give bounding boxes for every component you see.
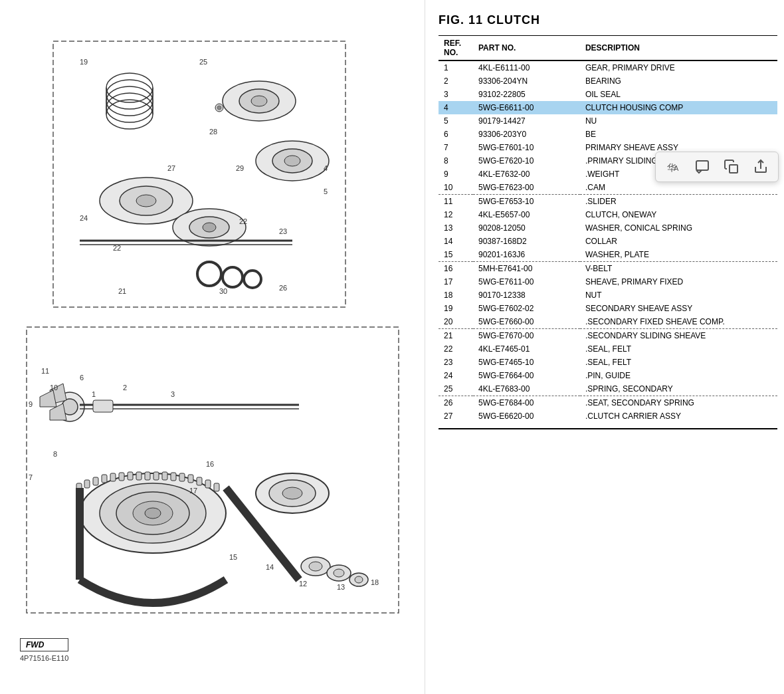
context-menu[interactable]: 华 A <box>655 152 779 182</box>
table-row[interactable]: 175WG-E7611-00SHEAVE, PRIMARY FIXED <box>439 275 777 289</box>
svg-text:24: 24 <box>80 214 88 222</box>
cell-part: 5WG-E7653-10 <box>473 195 580 209</box>
svg-text:18: 18 <box>371 578 379 586</box>
cell-desc: .CAM <box>580 181 777 195</box>
cell-desc: WASHER, CONICAL SPRING <box>580 221 777 235</box>
table-row[interactable]: 215WG-E7670-00.SECONDARY SLIDING SHEAVE <box>439 329 777 343</box>
cell-desc: .PIN, GUIDE <box>580 369 777 382</box>
cell-ref: 17 <box>439 275 473 289</box>
table-row[interactable]: 275WG-E6620-00.CLUTCH CARRIER ASSY <box>439 409 777 423</box>
svg-rect-65 <box>162 472 167 480</box>
cell-part: 5WG-E7601-10 <box>473 141 580 154</box>
svg-text:25: 25 <box>199 58 207 66</box>
svg-rect-69 <box>197 477 202 485</box>
cell-desc: CLUTCH HOUSING COMP <box>580 101 777 114</box>
cell-ref: 1 <box>439 60 473 74</box>
col-header-desc: DESCRIPTION <box>580 36 777 61</box>
svg-text:11: 11 <box>41 367 49 375</box>
table-row[interactable]: 265WG-E7684-00.SEAT, SECONDARY SPRING <box>439 396 777 410</box>
table-row[interactable]: 1590201-163J6WASHER, PLATE <box>439 248 777 262</box>
col-header-part: PART NO. <box>473 36 580 61</box>
cell-ref: 7 <box>439 141 473 154</box>
svg-rect-70 <box>205 480 211 488</box>
table-row[interactable]: 205WG-E7660-00.SECONDARY FIXED SHEAVE CO… <box>439 315 777 329</box>
table-row[interactable]: 254KL-E7683-00.SPRING, SECONDARY <box>439 382 777 396</box>
part-number-label: 4P71516-E110 <box>20 654 68 662</box>
table-row[interactable]: 195WG-E7602-02SECONDARY SHEAVE ASSY <box>439 302 777 315</box>
svg-rect-62 <box>136 472 142 480</box>
cell-part: 5WG-E7602-02 <box>473 302 580 315</box>
cell-desc: .SEAT, SECONDARY SPRING <box>580 396 777 410</box>
table-row[interactable]: 45WG-E6611-00CLUTCH HOUSING COMP <box>439 101 777 114</box>
cell-desc: BEARING <box>580 74 777 88</box>
table-row[interactable]: 293306-204YNBEARING <box>439 74 777 88</box>
table-row[interactable]: 1490387-168D2COLLAR <box>439 235 777 248</box>
table-row[interactable]: 115WG-E7653-10.SLIDER <box>439 195 777 209</box>
table-row[interactable]: 1890170-12338NUT <box>439 289 777 302</box>
svg-text:22: 22 <box>239 217 247 225</box>
cell-desc: NU <box>580 114 777 128</box>
cell-part: 5WG-E7670-00 <box>473 329 580 343</box>
svg-text:8: 8 <box>53 450 57 458</box>
svg-point-4 <box>106 86 153 116</box>
table-row[interactable]: 1390208-12050WASHER, CONICAL SPRING <box>439 221 777 235</box>
svg-text:17: 17 <box>189 487 197 495</box>
svg-text:23: 23 <box>279 227 287 235</box>
svg-text:10: 10 <box>50 384 58 392</box>
cell-part: 90387-168D2 <box>473 235 580 248</box>
cell-desc: NUT <box>580 289 777 302</box>
svg-point-22 <box>203 223 216 232</box>
comment-icon[interactable] <box>693 158 712 176</box>
cell-desc: SECONDARY SHEAVE ASSY <box>580 302 777 315</box>
cell-ref: 3 <box>439 88 473 101</box>
cell-part: 93102-22805 <box>473 88 580 101</box>
table-row[interactable]: 693306-203Y0BE <box>439 128 777 141</box>
svg-rect-59 <box>110 473 116 481</box>
cell-ref: 4 <box>439 101 473 114</box>
svg-point-27 <box>244 271 261 288</box>
cell-part: 4KL-E7683-00 <box>473 382 580 396</box>
svg-point-14 <box>284 156 300 166</box>
table-row[interactable]: 105WG-E7623-00.CAM <box>439 181 777 195</box>
svg-point-80 <box>334 569 344 577</box>
table-row[interactable]: 245WG-E7664-00.PIN, GUIDE <box>439 369 777 382</box>
svg-text:A: A <box>674 164 679 172</box>
svg-text:9: 9 <box>29 400 33 408</box>
cell-part: 4KL-E6111-00 <box>473 60 580 74</box>
svg-rect-57 <box>93 477 98 485</box>
svg-text:6: 6 <box>80 374 84 382</box>
cell-ref: 11 <box>439 195 473 209</box>
clutch-diagram: 19 25 28 27 29 4 5 24 22 22 23 21 30 26 <box>13 28 412 666</box>
svg-point-25 <box>197 262 221 286</box>
table-row[interactable]: 124KL-E5657-00CLUTCH, ONEWAY <box>439 208 777 221</box>
svg-text:15: 15 <box>229 553 237 561</box>
svg-rect-58 <box>102 475 107 483</box>
table-row[interactable]: 590179-14427NU <box>439 114 777 128</box>
table-row[interactable]: 235WG-E7465-10.SEAL, FELT <box>439 356 777 369</box>
table-row[interactable]: 393102-22805OIL SEAL <box>439 88 777 101</box>
svg-rect-61 <box>128 472 133 480</box>
cell-part: 5WG-E7465-10 <box>473 356 580 369</box>
svg-text:12: 12 <box>299 580 307 588</box>
copy-icon[interactable] <box>722 158 741 176</box>
cell-part: 4KL-E7465-01 <box>473 342 580 356</box>
cell-part: 5WG-E7623-00 <box>473 181 580 195</box>
share-icon[interactable] <box>751 158 770 176</box>
cell-desc: OIL SEAL <box>580 88 777 101</box>
table-row[interactable]: 165MH-E7641-00V-BELT <box>439 262 777 276</box>
table-row[interactable]: 14KL-E6111-00GEAR, PRIMARY DRIVE <box>439 60 777 74</box>
cell-part: 5WG-E7611-00 <box>473 275 580 289</box>
cell-desc: BE <box>580 128 777 141</box>
svg-marker-46 <box>40 390 56 407</box>
cell-ref: 9 <box>439 168 473 181</box>
cell-part: 5WG-E7684-00 <box>473 396 580 410</box>
cell-ref: 6 <box>439 128 473 141</box>
svg-point-3 <box>106 80 153 109</box>
cell-part: 93306-204YN <box>473 74 580 88</box>
svg-rect-101 <box>696 161 708 170</box>
table-row[interactable]: 224KL-E7465-01.SEAL, FELT <box>439 342 777 356</box>
translate-icon[interactable]: 华 A <box>664 158 682 176</box>
cell-part: 5WG-E6620-00 <box>473 409 580 423</box>
svg-text:21: 21 <box>118 287 126 295</box>
cell-ref: 2 <box>439 74 473 88</box>
